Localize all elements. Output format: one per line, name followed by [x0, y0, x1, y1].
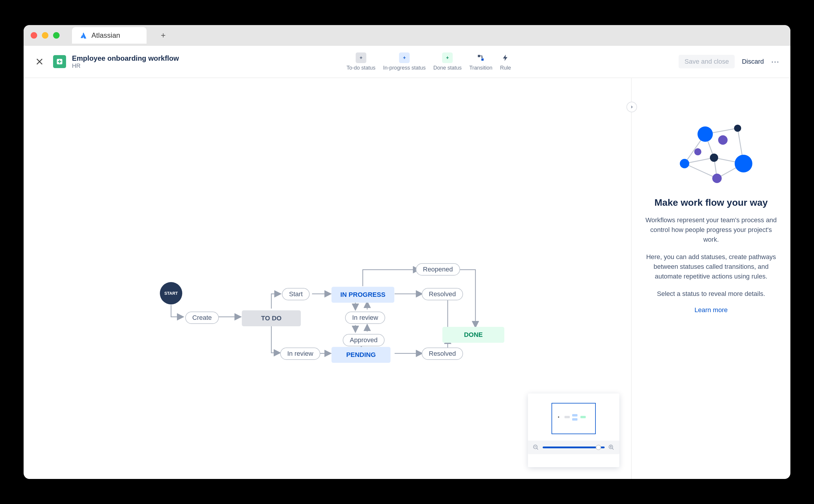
save-and-close-button[interactable]: Save and close: [679, 55, 735, 68]
window-close-button[interactable]: [31, 32, 37, 39]
svg-point-7: [734, 125, 741, 132]
plus-icon: +: [399, 52, 410, 63]
sidebar-paragraph-2: Here, you can add statuses, create pathw…: [644, 252, 779, 281]
tool-label: Rule: [500, 65, 511, 71]
zoom-out-icon[interactable]: [533, 444, 539, 451]
tool-label: In-progress status: [383, 65, 426, 71]
atlassian-icon: [80, 32, 87, 39]
minimap-node: [581, 416, 586, 418]
tool-label: Transition: [469, 65, 492, 71]
transition-start[interactable]: Start: [282, 288, 310, 300]
discard-button[interactable]: Discard: [742, 58, 764, 65]
project-name: HR: [72, 62, 179, 69]
transition-resolved-2[interactable]: Resolved: [422, 347, 463, 360]
tool-todo-status[interactable]: + To-do status: [346, 52, 375, 71]
transition-in-review[interactable]: In review: [345, 312, 385, 324]
tool-rule[interactable]: Rule: [500, 52, 511, 71]
sidebar-paragraph-1: Workflows represent your team's process …: [644, 215, 779, 244]
titlebar: Atlassian +: [24, 25, 790, 46]
minimap-node: [572, 414, 578, 416]
minimap-viewport[interactable]: [552, 403, 596, 434]
editor-toolbar: Employee onboarding workflow HR + To-do …: [24, 46, 790, 78]
transition-icon: [476, 52, 486, 63]
minimap-start-dot: [558, 416, 559, 418]
window-controls: [31, 32, 60, 39]
zoom-controls: [528, 441, 619, 454]
svg-point-12: [694, 148, 701, 155]
new-tab-button[interactable]: +: [159, 31, 167, 39]
minimap[interactable]: [528, 393, 619, 467]
info-sidebar: Make work flow your way Workflows repres…: [631, 78, 790, 479]
plus-icon: +: [356, 52, 366, 63]
minimap-node: [565, 416, 570, 418]
tool-inprogress-status[interactable]: + In-progress status: [383, 52, 426, 71]
sidebar-heading: Make work flow your way: [644, 197, 779, 208]
transition-create[interactable]: Create: [185, 312, 219, 324]
svg-point-11: [712, 174, 722, 183]
learn-more-link[interactable]: Learn more: [695, 306, 728, 314]
minimap-node: [572, 418, 578, 421]
lightning-icon: [500, 52, 511, 63]
svg-point-6: [698, 126, 713, 142]
window-minimize-button[interactable]: [42, 32, 48, 39]
project-meta: Employee onboarding workflow HR: [72, 54, 179, 69]
workflow-canvas[interactable]: START Create TO DO Start IN PROGRESS In …: [24, 78, 631, 479]
app-window: Atlassian + Employee onboarding workflow…: [24, 25, 790, 479]
network-illustration: [670, 119, 752, 184]
svg-point-10: [735, 155, 752, 172]
tool-transition[interactable]: Transition: [469, 52, 492, 71]
transition-reopened[interactable]: Reopened: [416, 263, 460, 276]
tool-done-status[interactable]: + Done status: [433, 52, 462, 71]
workflow-diagram: START Create TO DO Start IN PROGRESS In …: [147, 249, 519, 385]
sidebar-collapse-button[interactable]: [627, 102, 637, 112]
toolbar-actions: Save and close Discard ⋯: [679, 55, 780, 68]
status-pending[interactable]: PENDING: [331, 347, 390, 363]
svg-point-8: [718, 135, 728, 145]
zoom-slider[interactable]: [543, 447, 605, 448]
status-todo[interactable]: TO DO: [242, 310, 301, 326]
status-done[interactable]: DONE: [443, 327, 504, 343]
svg-rect-1: [478, 55, 481, 57]
toolbar-tools: + To-do status + In-progress status + Do…: [346, 52, 511, 71]
svg-rect-2: [482, 58, 484, 61]
tool-label: To-do status: [346, 65, 375, 71]
transition-in-review-2[interactable]: In review: [280, 347, 320, 360]
workflow-title: Employee onboarding workflow: [72, 54, 179, 62]
more-actions-icon[interactable]: ⋯: [771, 57, 780, 67]
tool-label: Done status: [433, 65, 462, 71]
transition-approved[interactable]: Approved: [343, 334, 384, 346]
svg-point-9: [710, 154, 718, 162]
chevron-right-icon: [630, 105, 634, 109]
editor-content: START Create TO DO Start IN PROGRESS In …: [24, 78, 790, 479]
window-maximize-button[interactable]: [53, 32, 60, 39]
project-icon: [53, 55, 66, 68]
zoom-slider-thumb[interactable]: [596, 445, 601, 450]
browser-tab[interactable]: Atlassian: [72, 27, 147, 44]
start-node[interactable]: START: [160, 282, 182, 304]
transition-resolved-1[interactable]: Resolved: [422, 288, 463, 300]
status-in-progress[interactable]: IN PROGRESS: [331, 287, 394, 303]
svg-point-5: [680, 159, 689, 168]
close-editor-icon[interactable]: [34, 56, 45, 67]
zoom-in-icon[interactable]: [608, 444, 615, 451]
plus-icon: +: [442, 52, 453, 63]
sidebar-paragraph-3: Select a status to reveal more details.: [644, 289, 779, 299]
tab-label: Atlassian: [91, 31, 120, 39]
